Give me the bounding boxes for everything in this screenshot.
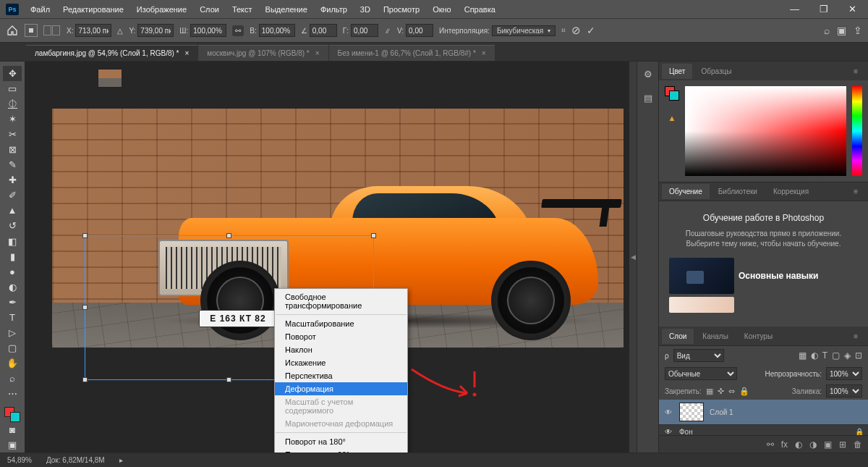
skew-h-input[interactable]: [351, 24, 378, 37]
workspace-icon[interactable]: ▣: [837, 25, 846, 36]
canvas-area[interactable]: E 163 КТ 82 Свободное трансформированиеМ…: [25, 62, 629, 453]
panel-menu-icon[interactable]: ≡: [846, 329, 865, 344]
visibility-icon[interactable]: 👁: [663, 408, 673, 416]
tab-document[interactable]: Без имени-1 @ 66,7% (Слой 1, RGB/8#) *×: [329, 45, 495, 61]
fg-bg-swatch[interactable]: [665, 86, 679, 101]
context-menu-item[interactable]: Наклон: [275, 343, 407, 356]
menu-filter[interactable]: Фильтр: [315, 3, 353, 16]
history-icon[interactable]: ▤: [644, 93, 652, 104]
menu-file[interactable]: Файл: [25, 3, 56, 16]
eyedropper-tool[interactable]: ✎: [3, 157, 22, 172]
transform-handle[interactable]: [226, 377, 231, 382]
filter-toggle[interactable]: ⊡: [855, 350, 862, 361]
layer-row[interactable]: 👁 Фон 🔒: [659, 425, 868, 435]
lock-artboard-icon[interactable]: ⇔: [728, 387, 735, 396]
learn-thumbnail[interactable]: [669, 258, 734, 294]
menu-help[interactable]: Справка: [459, 3, 501, 16]
stamp-tool[interactable]: ▲: [3, 203, 22, 218]
layer-name[interactable]: Фон: [679, 428, 693, 435]
new-adjustment-icon[interactable]: ◑: [809, 439, 817, 450]
menu-text[interactable]: Текст: [226, 3, 258, 16]
context-menu-item[interactable]: Поворот на 180°: [275, 435, 407, 448]
crop-tool[interactable]: ✂: [3, 127, 22, 142]
menu-window[interactable]: Окно: [427, 3, 457, 16]
x-input[interactable]: [75, 24, 111, 37]
layer-fx-icon[interactable]: fx: [781, 439, 788, 450]
blend-mode-select[interactable]: Обычные: [665, 367, 737, 380]
reference-point-icon[interactable]: [25, 24, 38, 37]
link-icon[interactable]: ⚯: [232, 25, 244, 36]
hue-slider[interactable]: [852, 86, 862, 176]
w-input[interactable]: [190, 24, 226, 37]
transform-handle[interactable]: [82, 233, 88, 238]
marquee-tool[interactable]: ▭: [3, 81, 22, 96]
hand-tool[interactable]: ✋: [3, 355, 22, 371]
filter-adjust-icon[interactable]: ◐: [811, 350, 818, 361]
warning-icon[interactable]: ▲: [668, 114, 676, 122]
filter-smart-icon[interactable]: ◈: [844, 350, 851, 361]
learn-card-label[interactable]: Основные навыки: [739, 271, 818, 281]
layer-row[interactable]: 👁 Слой 1: [659, 400, 868, 425]
transform-handle[interactable]: [82, 377, 88, 382]
transform-handle[interactable]: [82, 305, 88, 310]
delete-layer-icon[interactable]: 🗑: [854, 439, 862, 450]
search-icon[interactable]: ⌕: [824, 25, 830, 36]
lasso-tool[interactable]: ⏂: [3, 96, 22, 112]
healing-tool[interactable]: ✚: [3, 172, 22, 188]
menu-select[interactable]: Выделение: [260, 3, 313, 16]
opacity-input[interactable]: 100%: [826, 367, 862, 380]
doc-size[interactable]: Док: 6,82M/14,8M: [46, 456, 105, 464]
tab-learn[interactable]: Обучение: [662, 184, 710, 199]
adjust-icon[interactable]: ⚙: [644, 69, 652, 80]
tab-layers[interactable]: Слои: [662, 329, 694, 344]
blur-tool[interactable]: ●: [3, 264, 22, 279]
tab-adjustments[interactable]: Коррекция: [766, 184, 816, 199]
panel-menu-icon[interactable]: ≡: [846, 184, 865, 199]
menu-view[interactable]: Просмотр: [378, 3, 425, 16]
shape-tool[interactable]: ▢: [3, 340, 22, 355]
color-picker-field[interactable]: [685, 86, 846, 176]
lock-pixels-icon[interactable]: ▦: [706, 387, 713, 396]
menu-image[interactable]: Изображение: [131, 3, 192, 16]
brush-tool[interactable]: ✐: [3, 188, 22, 203]
filter-type-select[interactable]: Вид: [673, 349, 724, 362]
color-swatches[interactable]: [4, 407, 20, 422]
new-group-icon[interactable]: ▣: [824, 439, 832, 450]
tab-swatches[interactable]: Образцы: [694, 64, 739, 79]
context-menu-item[interactable]: Искажение: [275, 356, 407, 369]
layer-thumbnail[interactable]: [679, 403, 704, 421]
transform-handle[interactable]: [371, 233, 376, 238]
angle-input[interactable]: [310, 24, 337, 37]
panel-menu-icon[interactable]: ≡: [846, 64, 865, 79]
zoom-tool[interactable]: ⌕: [3, 371, 22, 386]
type-tool[interactable]: T: [3, 310, 22, 325]
tab-color[interactable]: Цвет: [662, 64, 692, 79]
layer-name[interactable]: Слой 1: [710, 408, 733, 416]
context-menu-item[interactable]: Деформация: [275, 382, 407, 395]
context-menu-item[interactable]: Поворот: [275, 330, 407, 343]
tab-libraries[interactable]: Библиотеки: [711, 184, 765, 199]
lock-position-icon[interactable]: ✜: [718, 387, 724, 396]
context-menu-item[interactable]: Свободное трансформирование: [275, 290, 407, 312]
window-close-icon[interactable]: ✕: [843, 1, 862, 17]
context-menu-item[interactable]: Повернуть на 90° по ч. с.: [275, 448, 407, 453]
interp-select[interactable]: Бикубическая▾: [492, 25, 556, 36]
eraser-tool[interactable]: ◧: [3, 234, 22, 249]
close-icon[interactable]: ×: [315, 49, 320, 57]
filter-shape-icon[interactable]: ▢: [832, 350, 840, 361]
transform-handle[interactable]: [226, 233, 231, 238]
filter-type-icon[interactable]: T: [822, 350, 827, 361]
window-minimize-icon[interactable]: —: [784, 1, 805, 17]
move-tool[interactable]: ✥: [3, 66, 22, 81]
more-tools[interactable]: ⋯: [3, 386, 22, 401]
tab-channels[interactable]: Каналы: [695, 329, 736, 344]
tab-document[interactable]: ламбаргиня.jpg @ 54,9% (Слой 1, RGB/8) *…: [26, 45, 197, 61]
gradient-tool[interactable]: ▮: [3, 249, 22, 264]
menu-3d[interactable]: 3D: [354, 3, 376, 16]
context-menu-item[interactable]: Масштабирование: [275, 317, 407, 330]
h-input[interactable]: [259, 24, 295, 37]
path-select-tool[interactable]: ▷: [3, 325, 22, 340]
layer-mask-icon[interactable]: ◐: [795, 439, 802, 450]
skew-v-input[interactable]: [406, 24, 433, 37]
y-input[interactable]: [137, 24, 174, 37]
